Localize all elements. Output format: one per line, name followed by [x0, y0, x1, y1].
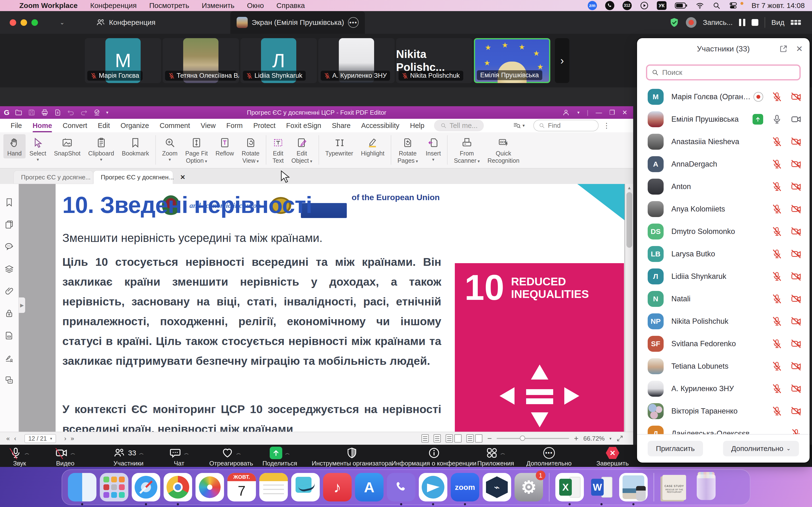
mic-muted-icon[interactable] [772, 339, 782, 349]
dock-app-store[interactable]: A [355, 473, 384, 501]
apps-button[interactable]: ︿ Приложения [477, 447, 514, 467]
end-meeting-button[interactable]: ✕ Завершить [597, 447, 628, 467]
mic-muted-icon[interactable] [772, 271, 782, 282]
sidebar-collapse-handle[interactable]: ▶ [19, 297, 25, 313]
close-panel-icon[interactable]: ✕ [796, 44, 803, 54]
account-icon[interactable] [562, 108, 570, 117]
account-caret[interactable]: ▾ [577, 110, 579, 115]
zoom-level[interactable]: 66.72% [583, 435, 605, 442]
camera-off-icon[interactable] [791, 159, 801, 169]
participants-button[interactable]: 33 ︿ Участники [113, 447, 144, 467]
tool-insert[interactable]: Insert▾ [422, 134, 445, 164]
close-window-button[interactable] [10, 19, 16, 26]
video-tile[interactable]: Тетяна Олексіївна Вл... [163, 38, 239, 83]
participant-row[interactable]: Л Lidiia Shynkaruk [637, 265, 810, 288]
fields-panel-icon[interactable] [4, 331, 14, 340]
keyboard-layout-indicator[interactable]: УК [657, 1, 666, 10]
camera-off-icon[interactable] [791, 406, 801, 416]
save-icon[interactable] [28, 109, 36, 116]
menu-view[interactable]: View [201, 122, 215, 130]
tool-typewriter[interactable]: Typewriter [321, 134, 357, 158]
camera-off-icon[interactable] [791, 249, 801, 259]
active-speaker-tile[interactable]: ★★ ★★ ★★ Емілія Прушківська [474, 38, 550, 83]
participant-row-partial[interactable]: Д Данілевська-Олексєєва (НУ Запоріж... [637, 422, 810, 434]
print-icon[interactable] [41, 109, 49, 116]
menu-window[interactable]: Окно [247, 1, 264, 10]
more-menu-icon[interactable]: ⋮ [603, 121, 610, 130]
dock-calendar[interactable]: ЖОВТ.7 [227, 473, 256, 501]
participant-row[interactable]: М Марія Голєва (Организатор, я) [637, 86, 810, 108]
menu-form[interactable]: Form [226, 122, 243, 130]
mic-muted-icon[interactable] [772, 294, 782, 304]
share-screen-button[interactable]: ︿ Поделиться [262, 447, 297, 467]
mic-muted-icon[interactable] [772, 137, 782, 147]
chat-button[interactable]: ︿ Чат [169, 447, 189, 467]
dock-documents[interactable]: CASE STUDYRESCUE OF THE RESTAURANT [660, 473, 689, 501]
dock-trash[interactable] [692, 473, 720, 501]
react-caret[interactable]: ︿ [236, 450, 241, 456]
foxit-restore-button[interactable]: ❐ [609, 109, 615, 116]
menu-bar-clock[interactable]: Вт 7 жовт. 14:08 [752, 1, 805, 10]
tool-from-scanner[interactable]: From Scanner ▾ [450, 134, 484, 166]
undo-icon[interactable] [67, 109, 75, 116]
view-label[interactable]: Вид [771, 18, 784, 26]
last-page-button[interactable]: » [70, 435, 74, 442]
tool-rotate-view[interactable]: Rotate View ▾ [238, 134, 263, 166]
doc-tab-active[interactable]: Прогрес ЄС у досягнен...✕ [93, 170, 173, 184]
minimize-window-button[interactable] [20, 19, 27, 26]
participant-row[interactable]: DS Dmytro Solomonko [637, 220, 810, 243]
tool-edit-text[interactable]: Edit Text [269, 134, 288, 166]
participants-search-input[interactable] [662, 68, 788, 76]
participant-row[interactable]: Емілія Прушківська [637, 108, 810, 130]
export-icon[interactable] [54, 109, 62, 116]
mic-muted-icon[interactable] [772, 159, 782, 169]
tool-hand[interactable]: Hand [3, 134, 26, 158]
participant-row[interactable]: Tetiana Lobunets [637, 355, 810, 377]
participant-row[interactable]: N Natali [637, 288, 810, 310]
next-page-button[interactable]: › [64, 435, 66, 442]
video-tile[interactable]: Nikita Polishc... Nikita Polishchuk [396, 38, 472, 83]
find-box[interactable] [534, 120, 599, 131]
tool-edit-object[interactable]: Edit Object ▾ [288, 134, 316, 166]
menu-convert[interactable]: Convert [63, 122, 87, 130]
comments-panel-icon[interactable] [4, 242, 14, 251]
mic-muted-icon[interactable] [772, 226, 782, 237]
security-shield-icon[interactable] [669, 17, 679, 28]
menu-edit[interactable]: Edit [98, 122, 110, 130]
camera-off-icon[interactable] [791, 136, 801, 147]
facing-continuous-view-icon[interactable] [466, 434, 474, 443]
participant-row[interactable]: А. Куриленко ЗНУ [637, 377, 810, 400]
foxit-minimize-button[interactable]: — [596, 109, 602, 116]
mic-muted-icon[interactable] [772, 92, 782, 102]
tool-bookmark[interactable]: Bookmark [118, 134, 153, 158]
mic-muted-icon[interactable] [772, 384, 782, 394]
participants-search-box[interactable] [646, 64, 801, 80]
camera-off-icon[interactable] [791, 316, 801, 327]
menu-file[interactable]: File [11, 122, 22, 130]
dock-finder[interactable] [68, 473, 96, 501]
share-caret[interactable]: ︿ [285, 450, 290, 456]
menu-share[interactable]: Share [332, 122, 350, 130]
prev-page-button[interactable]: ‹ [14, 435, 16, 442]
host-tools-button[interactable]: Инструменты организатора [312, 447, 392, 467]
zoom-status-icon[interactable]: zm [588, 1, 597, 10]
foxit-title-bar[interactable]: G ▾ Прогрес ЄС у досягненні ЦСР - Foxit … [0, 106, 633, 119]
tab-conference[interactable]: Конференция [96, 18, 155, 27]
mic-muted-icon[interactable] [772, 316, 782, 326]
scrollbar-thumb[interactable] [626, 192, 632, 248]
security-panel-icon[interactable] [4, 308, 14, 318]
camera-off-icon[interactable] [791, 271, 801, 282]
zoom-slider-knob[interactable] [520, 436, 525, 441]
tool-quick-recognition[interactable]: Quick Recognition [484, 134, 523, 166]
viber-status-icon[interactable] [605, 1, 614, 10]
participant-row[interactable]: A AnnaDergach [637, 153, 810, 175]
menu-protect[interactable]: Protect [253, 122, 275, 130]
advanced-search-icon[interactable] [513, 121, 521, 130]
dock-word[interactable]: W [587, 473, 616, 501]
tab-more-button[interactable]: ••• [348, 17, 359, 28]
menu-edit[interactable]: Изменить [202, 1, 235, 10]
bookmarks-panel-icon[interactable] [4, 198, 14, 207]
dock-notes[interactable] [259, 473, 288, 501]
video-caret[interactable]: ︿ [70, 450, 75, 456]
doc-tab-inactive[interactable]: Прогрес ЄС у досягне... [13, 170, 93, 184]
